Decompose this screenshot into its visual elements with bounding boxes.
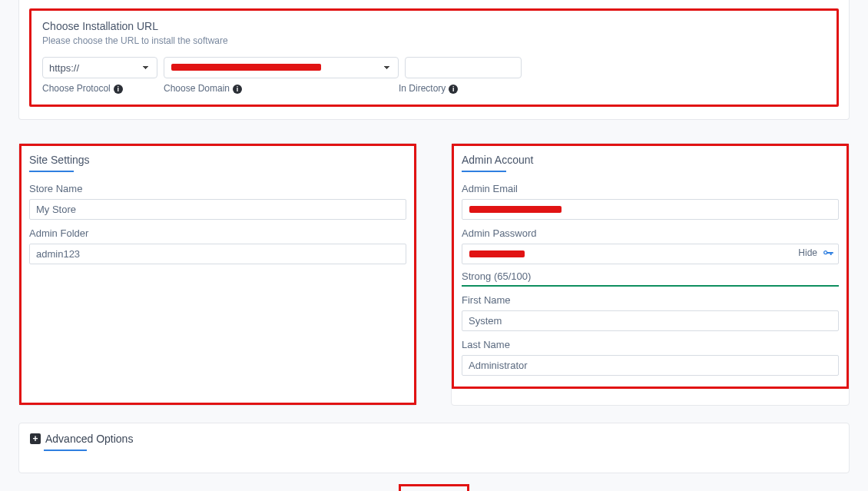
protocol-select[interactable]: https:// <box>42 57 157 78</box>
site-settings-card: Site Settings Store Name Admin Folder <box>18 143 417 406</box>
advanced-options-label: Advanced Options <box>45 433 133 445</box>
admin-folder-input[interactable] <box>29 244 406 264</box>
info-icon[interactable]: i <box>449 85 458 94</box>
admin-account-card: Admin Account Admin Email Admin Password… <box>451 143 850 406</box>
key-icon[interactable] <box>822 247 834 260</box>
password-strength-bar <box>462 285 839 287</box>
admin-account-title: Admin Account <box>462 154 839 166</box>
directory-label: In Directoryi <box>399 83 515 94</box>
first-name-label: First Name <box>462 294 839 306</box>
title-underline <box>462 171 506 172</box>
password-strength-text: Strong (65/100) <box>462 270 839 282</box>
info-icon[interactable]: i <box>114 85 123 94</box>
info-icon[interactable]: i <box>233 85 242 94</box>
install-highlight: Install <box>399 484 469 491</box>
password-hide-toggle[interactable]: Hide <box>798 247 817 258</box>
last-name-label: Last Name <box>462 339 839 350</box>
store-name-label: Store Name <box>29 183 406 194</box>
admin-password-label: Admin Password <box>462 227 839 239</box>
directory-input[interactable] <box>405 57 522 78</box>
store-name-input[interactable] <box>29 199 406 220</box>
domain-redaction <box>171 64 321 71</box>
advanced-options-toggle[interactable]: + Advanced Options <box>30 433 838 445</box>
title-underline <box>29 171 74 172</box>
last-name-input[interactable] <box>462 355 839 376</box>
first-name-input[interactable] <box>462 310 839 331</box>
password-redaction <box>469 250 525 257</box>
install-url-highlight: Choose Installation URL Please choose th… <box>29 8 839 107</box>
admin-email-label: Admin Email <box>462 183 839 194</box>
email-redaction <box>469 206 562 213</box>
site-settings-title: Site Settings <box>29 154 406 166</box>
advanced-options-card: + Advanced Options <box>18 423 850 473</box>
install-url-subtitle: Please choose the URL to install the sof… <box>42 35 826 46</box>
plus-icon: + <box>30 433 41 444</box>
title-underline <box>44 450 87 451</box>
protocol-label: Choose Protocoli <box>42 83 164 94</box>
admin-folder-label: Admin Folder <box>29 227 406 239</box>
domain-label: Choose Domaini <box>164 83 399 94</box>
install-url-title: Choose Installation URL <box>42 20 826 32</box>
install-url-card: Choose Installation URL Please choose th… <box>18 0 850 120</box>
